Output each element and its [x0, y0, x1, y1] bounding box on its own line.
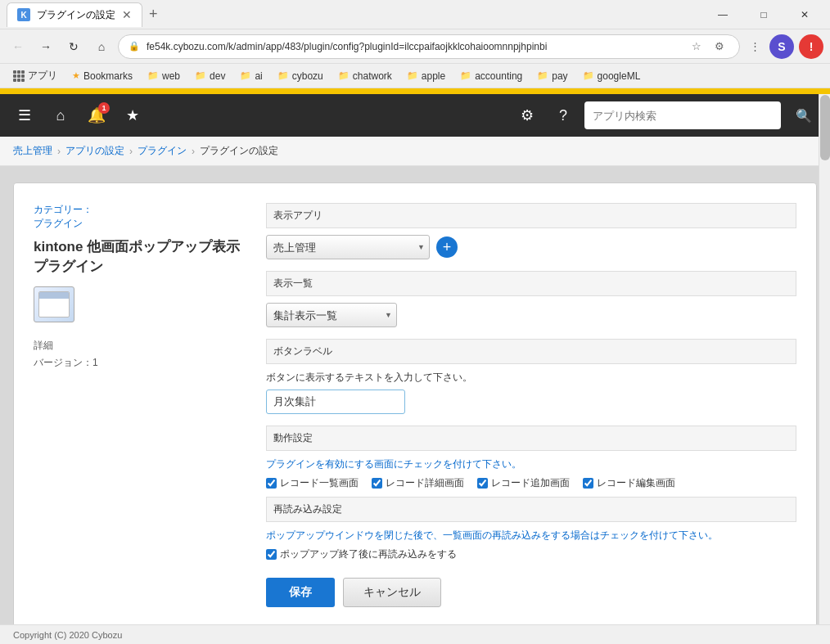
folder-icon: 📁 [277, 70, 289, 81]
cancel-button[interactable]: キャンセル [343, 578, 441, 607]
footer: Copyright (C) 2020 Cybozu [0, 624, 830, 644]
reload-button[interactable]: ↻ [62, 35, 85, 58]
checkbox-detail-label: レコード詳細画面 [386, 476, 464, 490]
browser-titlebar: K プラグインの設定 ✕ + — □ ✕ [0, 0, 830, 29]
security-icon: 🔒 [129, 41, 140, 52]
scroll-thumb[interactable] [820, 95, 830, 160]
reload-checkbox[interactable] [266, 549, 277, 560]
bookmarks-item-ai[interactable]: 📁 ai [233, 69, 268, 83]
back-button[interactable]: ← [7, 35, 29, 58]
bookmarks-item-googleml[interactable]: 📁 googleML [576, 69, 647, 83]
checkbox-list-label: レコード一覧画面 [280, 476, 359, 490]
bookmark-label: apple [422, 70, 445, 82]
checkbox-detail[interactable] [372, 478, 382, 489]
bookmarks-item-dev[interactable]: 📁 dev [188, 69, 232, 83]
plugin-icon-stripe [39, 292, 69, 299]
bookmarks-item-cybozu[interactable]: 📁 cybozu [271, 69, 330, 83]
plugin-icon [34, 286, 74, 322]
address-bar-row: ← → ↻ ⌂ 🔒 fe54k.cybozu.com/k/admin/app/4… [0, 29, 830, 64]
favorite-button[interactable]: ★ [118, 101, 147, 130]
plugin-title: kintone 他画面ポップアップ表示プラグイン [34, 237, 246, 277]
window-controls: — □ ✕ [704, 2, 823, 27]
app-settings-button[interactable]: ⚙ [512, 101, 542, 130]
checkbox-item-add[interactable]: レコード追加画面 [477, 476, 570, 490]
checkbox-list[interactable] [266, 478, 277, 489]
bookmark-label: accounting [475, 70, 522, 82]
checkbox-item-list[interactable]: レコード一覧画面 [266, 476, 359, 490]
version-label: バージョン：1 [34, 356, 246, 370]
home-button[interactable]: ⌂ [90, 35, 113, 58]
bookmarks-item-bookmarks[interactable]: ★ Bookmarks [65, 69, 139, 83]
minimize-button[interactable]: — [704, 2, 742, 27]
breadcrumb-item-2[interactable]: アプリの設定 [65, 144, 124, 158]
apps-button[interactable]: アプリ [7, 67, 64, 84]
display-list-select[interactable]: 集計表示一覧 [266, 303, 397, 327]
action-button-row: 保存 キャンセル [266, 578, 796, 607]
folder-icon: 📁 [537, 70, 548, 81]
breadcrumb-item-3[interactable]: プラグイン [138, 144, 187, 158]
checkbox-item-detail[interactable]: レコード詳細画面 [372, 476, 464, 490]
bookmarks-bar: アプリ ★ Bookmarks 📁 web 📁 dev 📁 ai 📁 cyboz… [0, 64, 830, 88]
display-app-row: 売上管理 + [266, 235, 796, 259]
operation-hint: プラグインを有効にする画面にチェックを付けて下さい。 [266, 457, 796, 471]
app-search-button[interactable]: 🔍 [787, 94, 820, 137]
profile-button[interactable]: S [769, 34, 794, 59]
bookmarks-item-pay[interactable]: 📁 pay [530, 69, 574, 83]
app-search-box[interactable] [584, 101, 781, 129]
address-text: fe54k.cybozu.com/k/admin/app/483/plugin/… [147, 41, 680, 52]
save-button[interactable]: 保存 [266, 578, 335, 607]
extension-button[interactable]: ! [799, 34, 823, 59]
scrollbar[interactable] [819, 94, 830, 624]
category-label: カテゴリー： プラグイン [34, 203, 246, 231]
checkbox-add-label: レコード追加画面 [491, 476, 570, 490]
reload-checkbox-label: ポップアップ終了後に再読み込みをする [280, 547, 457, 561]
app-search-input[interactable] [593, 110, 773, 122]
extensions-button[interactable]: ⚙ [710, 37, 729, 56]
breadcrumb-separator-3: › [192, 146, 195, 157]
display-app-select[interactable]: 売上管理 [266, 235, 430, 259]
category-prefix: カテゴリー： [34, 204, 92, 215]
bookmark-label: web [162, 70, 180, 82]
bookmark-label: Bookmarks [83, 70, 133, 82]
app-header: ☰ ⌂ 🔔 1 ★ ⚙ ? 🔍 [0, 94, 830, 137]
yellow-stripe [0, 88, 830, 94]
checkbox-edit[interactable] [583, 478, 593, 489]
button-label-row [266, 390, 796, 414]
folder-icon: 📁 [460, 70, 471, 81]
detail-label: 詳細 [34, 339, 246, 353]
apps-label: アプリ [28, 69, 57, 83]
bookmarks-item-web[interactable]: 📁 web [141, 69, 187, 83]
bookmarks-item-apple[interactable]: 📁 apple [400, 69, 452, 83]
tab-favicon: K [17, 8, 30, 21]
tab-title: プラグインの設定 [37, 8, 115, 22]
menu-button[interactable]: ☰ [10, 101, 39, 130]
tab-close-button[interactable]: ✕ [122, 9, 132, 20]
star-icon: ★ [72, 70, 80, 81]
breadcrumb-separator-2: › [129, 146, 133, 157]
browser-tab[interactable]: K プラグインの設定 ✕ [7, 2, 142, 27]
add-app-button[interactable]: + [436, 236, 458, 258]
new-tab-button[interactable]: + [142, 6, 165, 23]
address-bar[interactable]: 🔒 fe54k.cybozu.com/k/admin/app/483/plugi… [118, 34, 740, 59]
breadcrumb-current: プラグインの設定 [200, 144, 278, 158]
reload-hint: ポップアップウインドウを閉じた後で、一覧画面の再読み込みをする場合はチェックを付… [266, 529, 796, 543]
checkbox-add[interactable] [477, 478, 488, 489]
button-label-section-header: ボタンラベル [266, 339, 796, 364]
close-button[interactable]: ✕ [786, 2, 823, 27]
home-button[interactable]: ⌂ [46, 101, 75, 130]
display-app-section-header: 表示アプリ [266, 203, 796, 228]
folder-icon: 📁 [583, 70, 594, 81]
settings-button[interactable]: ⋮ [745, 37, 765, 56]
maximize-button[interactable]: □ [745, 2, 783, 27]
bookmark-star-button[interactable]: ☆ [687, 37, 706, 56]
checkbox-item-edit[interactable]: レコード編集画面 [583, 476, 675, 490]
forward-button[interactable]: → [34, 35, 57, 58]
help-button[interactable]: ? [548, 101, 578, 130]
bookmark-label: ai [255, 70, 262, 82]
breadcrumb-item-1[interactable]: 売上管理 [13, 144, 52, 158]
bookmarks-item-chatwork[interactable]: 📁 chatwork [332, 69, 399, 83]
bookmarks-item-accounting[interactable]: 📁 accounting [453, 69, 529, 83]
button-label-input[interactable] [266, 390, 405, 414]
bookmark-label: googleML [598, 70, 641, 82]
reload-checkbox-item[interactable]: ポップアップ終了後に再読み込みをする [266, 547, 457, 561]
